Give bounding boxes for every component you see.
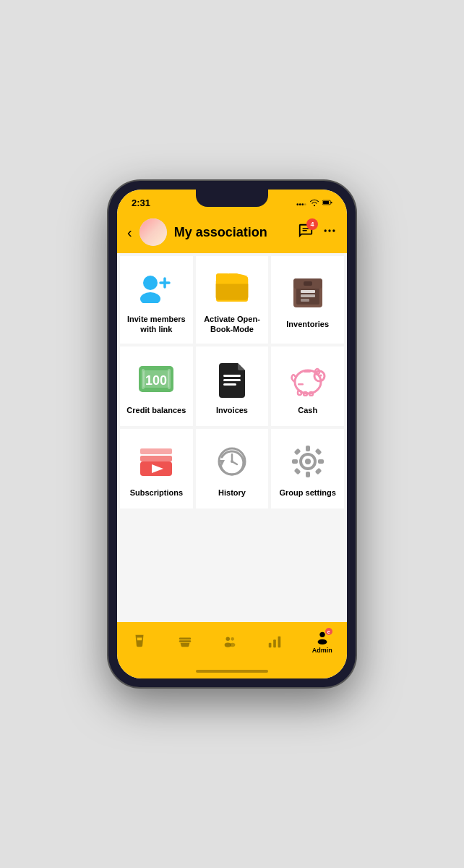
wifi-icon (309, 197, 319, 208)
svg-rect-29 (142, 369, 145, 389)
svg-point-9 (325, 229, 327, 231)
notification-button[interactable]: 4 (298, 223, 314, 242)
subscriptions-label: Subscriptions (130, 488, 183, 498)
grid-item-group-settings[interactable]: Group settings (271, 429, 344, 509)
more-icon (322, 224, 337, 238)
svg-rect-23 (301, 299, 309, 302)
cash-icon (288, 359, 328, 399)
svg-point-38 (319, 375, 322, 377)
svg-rect-62 (314, 468, 322, 475)
battery-icon (322, 197, 332, 208)
svg-point-52 (231, 460, 233, 463)
svg-rect-25 (304, 281, 312, 286)
svg-point-1 (299, 203, 301, 205)
svg-rect-32 (223, 379, 241, 381)
grid-item-invoices[interactable]: Invoices (196, 346, 269, 426)
svg-point-3 (304, 203, 306, 205)
svg-rect-22 (301, 294, 315, 297)
svg-rect-37 (304, 370, 311, 373)
svg-point-11 (332, 229, 335, 231)
admin-nav-label: Admin (312, 647, 332, 654)
credit-balances-label: Credit balances (126, 405, 186, 415)
svg-rect-31 (223, 375, 241, 377)
grid-item-open-book[interactable]: Activate Open-Book-Mode (196, 256, 269, 344)
svg-rect-8 (302, 230, 306, 231)
credit-balances-icon: 100 (136, 359, 176, 399)
history-label: History (218, 488, 246, 498)
svg-rect-45 (140, 456, 172, 461)
svg-rect-59 (293, 448, 301, 456)
header-actions: 4 (298, 223, 337, 242)
notification-badge: 4 (306, 218, 318, 230)
phone-frame: 2:31 ‹ (108, 181, 356, 687)
invite-members-icon (136, 268, 176, 308)
svg-rect-58 (318, 459, 324, 464)
svg-point-67 (231, 637, 234, 641)
svg-point-54 (305, 459, 311, 464)
status-time: 2:31 (132, 197, 150, 208)
menu-grid: Invite members with link (120, 256, 344, 509)
svg-rect-43 (298, 383, 304, 386)
svg-rect-6 (331, 202, 332, 204)
nav-item-drinks[interactable] (132, 634, 147, 650)
grid-item-subscriptions[interactable]: Subscriptions (120, 429, 193, 509)
inventories-icon (288, 273, 328, 313)
svg-rect-5 (323, 201, 329, 204)
svg-rect-40 (298, 391, 301, 395)
invite-members-label: Invite members with link (126, 314, 187, 335)
svg-rect-57 (292, 459, 298, 464)
home-indicator (117, 664, 347, 678)
svg-rect-71 (278, 637, 281, 648)
drinks-nav-icon (132, 634, 147, 650)
page-title: My association (174, 225, 291, 240)
grid-item-history[interactable]: History (196, 429, 269, 509)
home-bar (196, 670, 268, 673)
history-icon (212, 441, 252, 482)
svg-rect-21 (301, 290, 315, 293)
group-settings-label: Group settings (280, 488, 336, 498)
bottom-nav: e Admin (117, 622, 347, 664)
svg-point-73 (317, 639, 327, 644)
open-book-icon (212, 268, 252, 308)
svg-rect-61 (293, 468, 301, 475)
notch (196, 190, 268, 207)
signal-icon (296, 197, 306, 208)
svg-point-65 (225, 637, 230, 642)
avatar[interactable] (139, 218, 167, 246)
main-content: Invite members with link (117, 253, 347, 622)
invoices-label: Invoices (216, 405, 248, 415)
phone-screen: 2:31 ‹ (117, 190, 347, 678)
svg-rect-33 (223, 383, 236, 386)
nav-item-members[interactable] (222, 634, 238, 650)
svg-point-39 (323, 377, 325, 378)
svg-rect-63 (179, 638, 191, 640)
svg-rect-44 (140, 448, 172, 454)
grid-item-credit-balances[interactable]: 100 Credit balances (120, 346, 193, 426)
svg-rect-30 (168, 369, 171, 389)
nav-item-admin[interactable]: e Admin (312, 629, 332, 654)
cash-label: Cash (298, 405, 317, 415)
svg-point-0 (296, 203, 298, 205)
grid-item-invite-members[interactable]: Invite members with link (120, 256, 193, 344)
back-button[interactable]: ‹ (127, 224, 132, 241)
members-nav-icon (222, 634, 238, 650)
invoices-icon (212, 359, 252, 399)
group-settings-icon (288, 441, 328, 482)
stats-nav-icon (267, 634, 283, 650)
svg-point-10 (328, 229, 330, 231)
nav-item-stats[interactable] (267, 634, 283, 650)
svg-rect-55 (306, 446, 310, 451)
svg-point-68 (230, 643, 235, 647)
svg-rect-60 (314, 448, 322, 456)
svg-rect-56 (306, 472, 310, 477)
grid-item-inventories[interactable]: Inventories (271, 256, 344, 344)
svg-point-13 (140, 292, 160, 303)
more-button[interactable] (322, 224, 337, 241)
grid-item-cash[interactable]: Cash (271, 346, 344, 426)
status-icons (296, 197, 332, 208)
header: ‹ My association 4 (117, 213, 347, 253)
svg-rect-69 (269, 643, 272, 647)
svg-text:100: 100 (145, 373, 167, 388)
nav-item-food[interactable] (177, 634, 193, 650)
svg-rect-70 (274, 639, 277, 647)
